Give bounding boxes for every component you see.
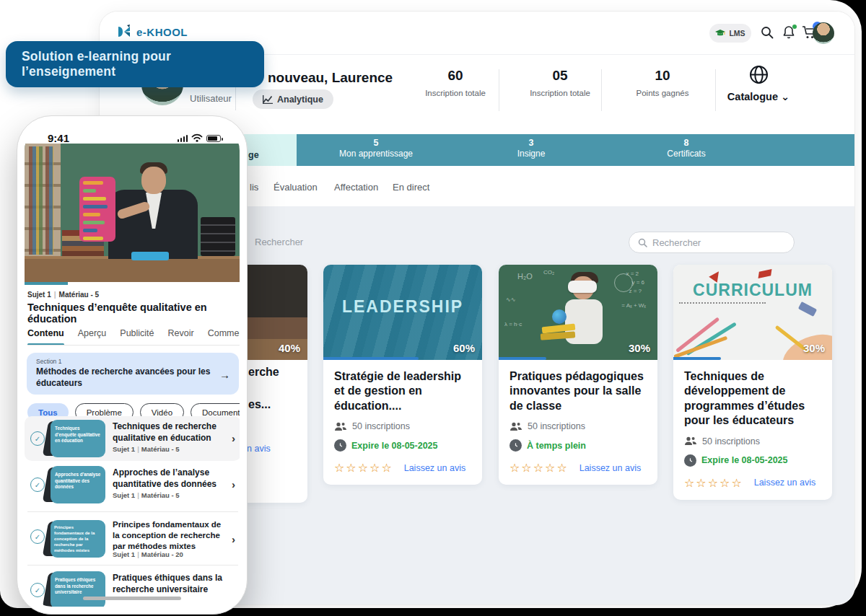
- tab-publicite[interactable]: Publicité: [120, 325, 154, 345]
- lesson-item-2[interactable]: ✓ Approches d’analyse quantitative des d…: [25, 462, 240, 507]
- divider: [601, 69, 602, 111]
- chevron-right-icon[interactable]: ›: [232, 478, 235, 490]
- stat-enrollment-1: 60Inscription totale: [405, 68, 506, 97]
- course-title-fragment: erche: [248, 366, 279, 379]
- tab-revoir[interactable]: Revoir: [168, 325, 194, 345]
- course-image: LEADERSHIP 60%: [323, 265, 482, 360]
- tab1-label: ge: [248, 150, 259, 160]
- elearning-banner: Solution e-learning pour l’enseignement: [6, 41, 264, 87]
- search-label: Rechercher: [255, 237, 303, 247]
- lesson-item-1[interactable]: ✓ Techniques d’enquête qualitative en éd…: [25, 416, 240, 461]
- tab-mon-apprentissage[interactable]: 5Mon apprentissage: [339, 134, 413, 166]
- ekhool-logo[interactable]: e-KHOOL: [115, 23, 188, 40]
- phone-mockup: 9:41: [17, 115, 248, 615]
- catalogue-label: Catalogue ⌄: [712, 91, 805, 102]
- enrollment-count: 50 inscriptions: [352, 421, 410, 431]
- divider: [27, 511, 238, 512]
- tab-insigne[interactable]: 3Insigne: [517, 134, 546, 166]
- lesson-video-player[interactable]: [25, 144, 240, 282]
- desk-organizer-prop: [201, 217, 235, 256]
- globe-icon: [749, 65, 769, 84]
- subnav-item-affectation[interactable]: Affectation: [334, 182, 378, 193]
- lesson-item-title: Approches de l’analyse quantitative des …: [113, 467, 227, 490]
- course-title[interactable]: Pratiques pédagogiques innovantes pour l…: [509, 369, 647, 413]
- search-field[interactable]: [629, 232, 795, 253]
- status-time: 9:41: [48, 132, 69, 144]
- progress-percent: 60%: [453, 342, 475, 354]
- tab-commentaires[interactable]: Commentair: [208, 325, 240, 345]
- lesson-item-title: Techniques de recherche qualitative en é…: [113, 421, 227, 444]
- check-icon: ✓: [30, 478, 45, 492]
- eraser-prop: [798, 302, 817, 317]
- wifi-icon: [191, 133, 203, 142]
- search-input[interactable]: [652, 237, 775, 248]
- review-link[interactable]: Laissez un avis: [754, 478, 815, 488]
- catalogue-button[interactable]: Catalogue ⌄: [712, 65, 805, 102]
- section-card[interactable]: Section 1 Méthodes de recherche avancées…: [27, 353, 239, 395]
- review-link[interactable]: Laissez un avis: [404, 463, 465, 473]
- progress-percent: 30%: [629, 342, 650, 354]
- lesson-thumbnail: Principes fondamentaux de la conception …: [51, 520, 105, 558]
- enrollment-count: 50 inscriptions: [702, 436, 760, 446]
- user-role-label: Utilisateur: [190, 93, 232, 104]
- ekhool-logo-text: e-KHOOL: [136, 26, 188, 38]
- lesson-item-meta: Sujet 1|Matériau - 5: [113, 445, 180, 453]
- divider: [499, 69, 499, 111]
- course-image: CURRICULUM 30%: [673, 265, 832, 360]
- course-title[interactable]: Techniques de développement de programme…: [684, 369, 821, 428]
- lesson-item-4[interactable]: ✓ Pratiques éthiques dans la recherche u…: [25, 568, 240, 607]
- rating-stars[interactable]: ☆☆☆☆☆: [684, 476, 743, 490]
- review-link[interactable]: Laissez un avis: [579, 463, 641, 473]
- tab-certificats[interactable]: 8Certificats: [667, 134, 705, 166]
- progress-percent: 40%: [279, 342, 300, 354]
- white-canvas: e-KHOOL LMS 1 nouvea: [0, 0, 862, 608]
- enrollment-count: 50 inscriptions: [528, 421, 585, 431]
- user-name: nouveau, Laurence: [268, 70, 393, 86]
- course-card-curriculum[interactable]: CURRICULUM 30% Techniques de développeme…: [673, 265, 832, 500]
- course-image: H₂O CO₂ x = 2 y = 6 z = ? = Aₓ + Wₓ λ = …: [499, 265, 657, 360]
- course-card-pedagogiques[interactable]: H₂O CO₂ x = 2 y = 6 z = ? = Aₓ + Wₓ λ = …: [499, 265, 657, 485]
- lesson-meta: Sujet 1|Matériau - 5: [27, 291, 99, 299]
- lesson-tabs: Contenu Aperçu Publicité Revoir Commenta…: [27, 325, 240, 346]
- tab-apercu[interactable]: Aperçu: [78, 325, 107, 345]
- analytics-button[interactable]: Analytique: [253, 89, 333, 109]
- rating-stars[interactable]: ☆☆☆☆☆: [334, 461, 393, 475]
- course-card-leadership[interactable]: LEADERSHIP 60% Stratégie de leadership e…: [323, 265, 482, 485]
- dotted-line: [679, 302, 766, 304]
- clock-icon: [334, 439, 346, 452]
- teacher-head: [141, 167, 166, 194]
- progress-percent: 30%: [803, 342, 825, 354]
- abacus-prop: [79, 177, 115, 242]
- arrow-right-icon[interactable]: →: [219, 369, 230, 381]
- lesson-thumbnail: Approches d’analyse quantitative des don…: [51, 466, 105, 503]
- lms-badge[interactable]: LMS: [709, 24, 751, 43]
- schedule-badge: À temps plein: [527, 441, 586, 451]
- battery-icon: [206, 135, 221, 142]
- status-icons: [178, 133, 222, 142]
- course-title[interactable]: Stratégie de leadership et de gestion en…: [334, 369, 471, 413]
- stat-points: 10Points gagnés: [612, 68, 713, 97]
- lesson-title: Techniques d’enquête qualitative en éduc…: [27, 302, 238, 325]
- chalk-circle: [614, 273, 633, 292]
- page-background: e-KHOOL LMS 1 nouvea: [0, 0, 866, 616]
- subnav-item-evaluation[interactable]: Évaluation: [274, 182, 318, 193]
- section-label: Section 1: [36, 358, 214, 365]
- tab-contenu[interactable]: Contenu: [27, 325, 64, 345]
- rating-stars[interactable]: ☆☆☆☆☆: [509, 461, 569, 475]
- clock-icon: [684, 454, 696, 467]
- chevron-right-icon[interactable]: ›: [232, 432, 235, 444]
- banner-text: Solution e-learning pour l’enseignement: [22, 49, 264, 79]
- chevron-right-icon[interactable]: ›: [232, 533, 235, 545]
- avatar[interactable]: [813, 22, 834, 44]
- search-icon[interactable]: [760, 25, 776, 41]
- analytics-label: Analytique: [277, 94, 323, 105]
- divider: [235, 87, 236, 110]
- lesson-item-3[interactable]: ✓ Principes fondamentaux de la conceptio…: [25, 514, 240, 562]
- subnav-item-en-direct[interactable]: En direct: [393, 182, 429, 193]
- clock-icon: [509, 439, 522, 452]
- notifications-bell-icon[interactable]: [782, 25, 797, 41]
- review-link[interactable]: n avis: [247, 444, 271, 454]
- expiry-badge: Expire le 08-05-2025: [701, 455, 788, 465]
- subnav-item-1[interactable]: lis: [250, 182, 258, 193]
- home-indicator[interactable]: [83, 597, 181, 600]
